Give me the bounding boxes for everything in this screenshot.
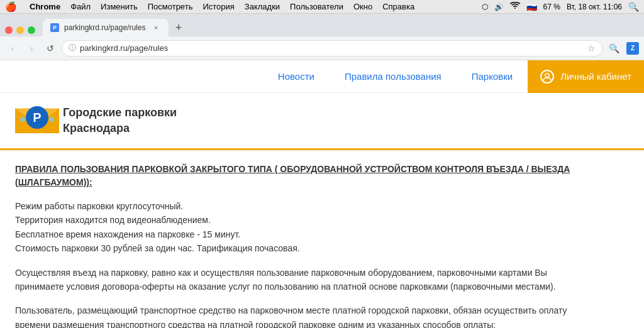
main-content: ПРАВИЛА ПОЛЬЗОВАНИЯ ПАРКОВКОЙ ЗАКРЫТОГО … [0,150,604,328]
menubar-right: ⬡ 🔊 🇷🇺 67 % Вт, 18 окт. 11:06 🔍 [482,2,639,12]
svg-point-6 [20,117,25,122]
extension-button[interactable]: Z [626,42,639,55]
flag-icon: 🇷🇺 [526,2,537,12]
personal-cabinet-label: Личный кабинет [560,71,631,82]
new-tab-button[interactable]: + [170,19,187,36]
nav-links: Новости Правила пользования Парковки [263,60,528,93]
refresh-button[interactable]: ↺ [43,41,58,56]
back-button[interactable]: ‹ [5,41,20,56]
para1-line4: Стоимость парковки 30 рублей за один час… [15,243,300,253]
volume-icon: 🔊 [494,3,504,11]
bluetooth-icon: ⬡ [482,3,488,11]
content-heading: ПРАВИЛА ПОЛЬЗОВАНИЯ ПАРКОВКОЙ ЗАКРЫТОГО … [15,163,589,189]
user-icon [540,70,554,84]
menu-bookmarks[interactable]: Закладки [245,2,280,11]
minimize-window-button[interactable] [16,26,24,34]
para1-line3: Бесплатное время нахождения на парковке … [15,229,240,239]
tab-title: parkingkrd.ru/page/rules [64,23,146,32]
tab-close-button[interactable]: × [151,23,161,33]
addressbar-actions: 🔍 Z [606,41,639,56]
content-para-2: Осуществляя въезд на парковку, равно как… [15,266,589,294]
logo-area: P Городские парковки Краснодара [0,93,644,150]
svg-point-0 [545,74,549,77]
menu-users[interactable]: Пользователи [290,2,343,11]
maximize-window-button[interactable] [28,26,35,34]
menu-edit[interactable]: Изменить [101,2,138,11]
datetime: Вт, 18 окт. 11:06 [567,3,622,11]
site-navigation: Новости Правила пользования Парковки Лич… [0,60,644,93]
tabbar: P parkingkrd.ru/page/rules × + [0,14,644,36]
para1-line2: Территория находится под видеонаблюдение… [15,215,211,225]
app-name[interactable]: Chrome [30,2,60,11]
apple-menu[interactable]: 🍎 [5,1,17,13]
lock-icon: ⓘ [69,43,76,53]
nav-parking[interactable]: Парковки [457,60,528,93]
nav-rules[interactable]: Правила пользования [330,60,457,93]
nav-news[interactable]: Новости [263,60,330,93]
content-para-1: Режим работы парковки круглосуточный. Те… [15,199,589,256]
menu-view[interactable]: Посмотреть [148,2,193,11]
site-title: Городские парковки Краснодара [63,105,177,136]
wifi-icon [510,2,520,11]
para1-line1: Режим работы парковки круглосуточный. [15,201,183,211]
svg-point-7 [49,117,54,122]
tab-favicon: P [50,23,59,32]
bookmark-star-icon[interactable]: ☆ [587,43,596,53]
search-icon[interactable]: 🔍 [606,41,621,56]
site-logo: P [15,102,53,139]
menu-file[interactable]: Файл [70,2,91,11]
menu-window[interactable]: Окно [353,2,372,11]
url-bar[interactable]: ⓘ parkingkrd.ru/page/rules ☆ [62,40,602,57]
website-content: Новости Правила пользования Парковки Лич… [0,60,644,328]
browser-tab[interactable]: P parkingkrd.ru/page/rules × [43,19,169,36]
search-icon[interactable]: 🔍 [628,2,639,12]
content-para-3: Пользователь, размещающий транспортное с… [15,303,589,328]
url-text: parkingkrd.ru/page/rules [80,43,168,53]
close-window-button[interactable] [5,26,13,34]
nav-personal-cabinet[interactable]: Личный кабинет [528,60,644,93]
addressbar: ‹ › ↺ ⓘ parkingkrd.ru/page/rules ☆ 🔍 Z [0,36,644,60]
svg-text:P: P [33,111,41,124]
forward-button[interactable]: › [24,41,39,56]
battery-status: 67 % [543,3,560,11]
menu-history[interactable]: История [203,2,234,11]
menubar: 🍎 Chrome Файл Изменить Посмотреть Истори… [0,0,644,14]
menu-help[interactable]: Справка [382,2,414,11]
para3-text: Пользователь, размещающий транспортное с… [15,305,567,328]
